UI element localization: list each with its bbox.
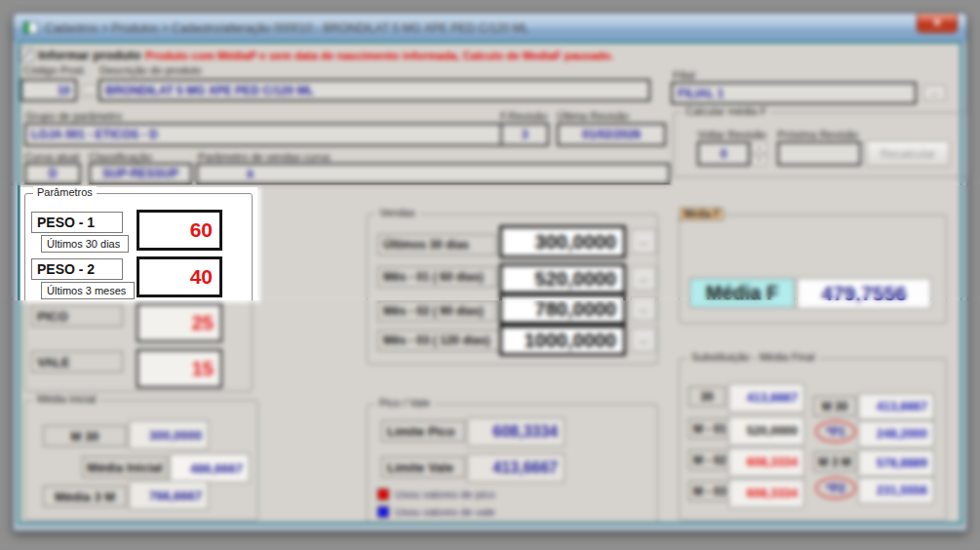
peso1-sub-label: Últimos 30 dias — [41, 235, 129, 253]
pico-vale-title: Pico / Vale — [375, 397, 434, 409]
media-3m-label: Média 3 M — [43, 486, 127, 507]
informar-produto-checkbox[interactable]: ✓ — [20, 49, 33, 61]
voltar-revisao-field[interactable]: 0 — [697, 141, 750, 166]
calcular-media-f-group: Calcular média F Voltar Revisão 0 ▲ ▼ Pr… — [673, 112, 968, 177]
close-button[interactable]: ✕ — [917, 14, 958, 33]
media-f-group: Média F Média F 479,7556 — [679, 215, 947, 324]
vendas-row-value[interactable]: 1000,0000 — [499, 325, 626, 356]
vendas-row-label: Mês - 01 ( 60 dias) — [377, 266, 496, 288]
peso2-value-field[interactable]: 40 — [137, 256, 222, 297]
subst-left-value: 413,6667 — [728, 383, 804, 412]
substituicao-title: Substituição - Média Final — [687, 351, 819, 363]
peso2-label: PESO - 2 — [31, 258, 123, 280]
vendas-row-lookup-button[interactable]: ... — [631, 229, 656, 254]
vale-label: VALE — [31, 351, 123, 373]
m30-label: M 30 — [43, 425, 127, 447]
limite-pico-value: 608,3334 — [467, 417, 565, 447]
subst-right-value: 248,2000 — [858, 420, 934, 448]
ultima-revisao-field[interactable]: 01/02/2026 — [557, 123, 666, 146]
parametros-group: Parâmetros PESO - 1 Últimos 30 dias 60 P… — [24, 193, 253, 392]
filial-lookup-button[interactable]: ... — [923, 85, 946, 100]
legend-pico-text: Usou valores de pico — [395, 489, 495, 500]
subst-right-label: M 3 M — [813, 452, 856, 472]
peso2-sub-label: Últimos 3 meses — [41, 282, 135, 299]
frevisao-field[interactable]: 3 — [500, 123, 549, 146]
vendas-row-lookup-button[interactable]: ... — [631, 266, 656, 291]
parametros-title: Parâmetros — [33, 186, 97, 198]
subst-left-value: 520,0000 — [728, 416, 804, 446]
spinner-down-icon[interactable]: ▼ — [752, 154, 766, 167]
vendas-row-lookup-button[interactable]: ... — [631, 328, 656, 352]
subst-right-label: M 30 — [813, 396, 856, 416]
peso1-label: PESO - 1 — [31, 212, 123, 233]
vendas-row-label: Mês - 02 ( 90 dias) — [377, 300, 496, 322]
pico-vale-group: Pico / Vale Limite Pico 608,3334 Limite … — [367, 404, 658, 523]
curva-atual-field[interactable]: D — [24, 163, 81, 184]
limite-vale-label: Limite Vale — [381, 456, 465, 478]
voltar-revisao-label: Voltar Revisão — [697, 129, 766, 140]
descricao-field[interactable]: BRONDILAT 5 MG XPE PED C/120 ML — [98, 79, 650, 101]
vendas-row-value[interactable]: 300,0000 — [499, 225, 626, 258]
subst-right-value: 231,5556 — [858, 477, 934, 504]
proxima-revisao-label: Próxima Revisão — [777, 129, 858, 140]
subst-p1-label-circled: *P1 — [815, 420, 856, 443]
subst-left-label: M - 03 — [688, 481, 731, 501]
limite-pico-label: Limite Pico — [381, 420, 465, 442]
app-icon — [23, 21, 38, 34]
media-inicial-title: Média inicial — [33, 393, 100, 405]
parametro-vendas-curva-field[interactable]: à — [196, 163, 670, 184]
vendas-row-value[interactable]: 780,0000 — [499, 294, 626, 325]
vendas-title: Vendas — [375, 207, 419, 218]
subst-left-label: M - 01 — [688, 418, 731, 439]
descricao-label: Descrição do produto — [99, 64, 202, 76]
subst-right-value: 578,8889 — [858, 450, 934, 477]
spinner-up-icon[interactable]: ▲ — [752, 141, 766, 154]
vendas-row-value[interactable]: 520,0000 — [499, 263, 626, 295]
calcular-media-f-title: Calcular média F — [682, 105, 770, 117]
mediap-warning-text: Produto com MédiaP e sem data de nascime… — [145, 50, 613, 61]
subst-left-value: 608,3334 — [728, 448, 804, 477]
substituicao-group: Substituição - Média Final 30 413,6667 M… — [679, 358, 947, 521]
proxima-revisao-field[interactable] — [777, 141, 861, 166]
app-window: Cadastros > Produtos > Cadastro/alteraçã… — [13, 13, 967, 531]
media-inicial-value: 486,6667 — [170, 453, 250, 483]
subst-p2-label-circled: *P2 — [815, 477, 856, 499]
window-title: Cadastros > Produtos > Cadastro/alteraçã… — [45, 21, 529, 35]
peso1-value-field[interactable]: 60 — [137, 210, 222, 251]
classificacao-label: Classificação — [89, 151, 152, 163]
media-inicial-label: Média Inicial — [82, 456, 168, 478]
vendas-row-label: Mês - 03 ( 120 dias) — [377, 330, 502, 351]
legend-vale-swatch — [377, 506, 389, 518]
legend-pico-swatch — [377, 489, 389, 500]
m30-value: 300,0000 — [129, 420, 209, 450]
legend-vale-text: Usou valores de vale — [395, 506, 495, 518]
frevisao-label: F.Revisão — [500, 110, 547, 122]
vale-value-field[interactable]: 15 — [137, 349, 222, 388]
subst-left-label: M - 02 — [688, 450, 731, 470]
recalcular-button[interactable]: Recalcular — [866, 140, 950, 167]
grupo-parametro-label: Grupo de parâmetro — [25, 110, 122, 122]
limite-vale-value: 413,6667 — [467, 453, 565, 483]
vendas-row-lookup-button[interactable]: ... — [631, 296, 656, 321]
titlebar[interactable]: Cadastros > Produtos > Cadastro/alteraçã… — [14, 14, 966, 42]
informar-produto-label: Informar produto — [38, 48, 140, 62]
subst-left-value: 608,3334 — [728, 479, 804, 508]
screen: Cadastros > Produtos > Cadastro/alteraçã… — [0, 0, 980, 550]
vendas-row-label: Últimos 30 dias — [377, 234, 496, 255]
parametro-vendas-curva-label: Parâmetro de vendas curva — [198, 151, 330, 163]
media-3m-value: 766,6667 — [129, 481, 209, 510]
codigo-prod-field[interactable]: 10 — [20, 79, 77, 101]
classificacao-field[interactable]: SUP-RESSUP — [89, 163, 192, 184]
filial-label: Filial — [673, 69, 695, 81]
vendas-group: Vendas Últimos 30 dias 300,0000 ... Mês … — [367, 214, 658, 365]
filial-field[interactable]: FILIAL 1 — [671, 82, 917, 104]
codigo-prod-label: Código Prod. — [23, 64, 86, 76]
pico-value-field[interactable]: 25 — [137, 303, 222, 342]
media-f-value: 479,7556 — [797, 278, 931, 309]
form-client-area: ✓ Informar produto Produto com MédiaP e … — [20, 43, 960, 523]
grupo-parametro-field[interactable]: LOJA 001 - ETICOS - D — [24, 123, 506, 146]
media-f-caption: Média F — [680, 208, 724, 220]
subst-left-label: 30 — [688, 386, 725, 407]
codigo-prod-lookup-button[interactable]: ... — [82, 85, 98, 98]
curva-atual-label: Curva atual — [24, 151, 79, 163]
